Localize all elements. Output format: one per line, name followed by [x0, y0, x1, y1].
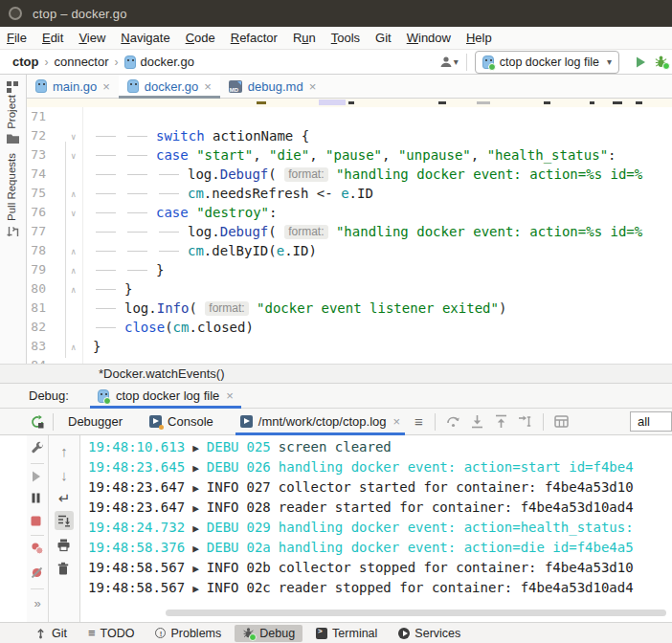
fold-close-icon[interactable]: ∧	[71, 338, 76, 357]
editor-tab-bar: main.go × docker.go × debug.md ×	[27, 75, 672, 99]
tab-label: docker.go	[145, 79, 198, 94]
tool-window-git[interactable]: Git	[27, 625, 75, 642]
tab-console[interactable]: Console	[141, 409, 222, 434]
menu-edit[interactable]: Edit	[34, 31, 71, 45]
pull-request-icon[interactable]	[6, 225, 21, 240]
close-icon[interactable]: ×	[204, 80, 212, 93]
breadcrumb-separator-icon: ›	[44, 55, 48, 69]
run-to-cursor-icon[interactable]	[517, 413, 533, 430]
code-editor[interactable]: 71 72 ∨ switch actionName { 73 ∨ case "s…	[27, 99, 672, 364]
folder-icon[interactable]	[6, 132, 21, 147]
log-output[interactable]: 19:48:10.613▶DEBU025screen cleared 19:48…	[80, 435, 672, 622]
code-line-74: 74 log.Debugf( format: "handling docker …	[27, 165, 672, 184]
sidebar-item-pull-requests[interactable]: Pull Requests	[6, 153, 17, 221]
print-icon[interactable]	[56, 538, 72, 553]
services-icon	[398, 628, 410, 639]
tab-main-go[interactable]: main.go ×	[27, 75, 119, 98]
menu-run[interactable]: Run	[285, 31, 324, 45]
view-breakpoints-icon[interactable]	[30, 541, 45, 556]
debug-panel-body: » ↑ ↓ ↵ 19:48:10.613▶DEBU025screen clear…	[0, 435, 672, 622]
log-line: 19:48:23.645▶DEBU026handling docker even…	[80, 457, 672, 477]
breadcrumb-package[interactable]: connector	[54, 55, 108, 69]
scroll-down-icon[interactable]	[469, 413, 485, 430]
bottom-tool-window-bar: Git ≡ TODO ! Problems Debug Terminal	[0, 622, 672, 643]
editor-context-bar[interactable]: *Docker.watchEvents()	[0, 364, 672, 383]
close-icon[interactable]: ×	[392, 414, 400, 429]
menu-window[interactable]: Window	[399, 31, 459, 45]
tab-log-file[interactable]: /mnt/work/ctop/ctop.log ×	[232, 409, 409, 434]
user-account-icon[interactable]: ▾	[438, 55, 459, 70]
resume-program-icon[interactable]	[30, 470, 45, 485]
window-control-button[interactable]	[9, 7, 22, 20]
menu-tools[interactable]: Tools	[324, 31, 368, 45]
parameter-hint: format:	[284, 167, 327, 182]
menu-file[interactable]: File	[0, 31, 34, 45]
fold-close-icon[interactable]: ∧	[71, 242, 76, 261]
debug-button[interactable]	[654, 55, 668, 69]
breadcrumb-project[interactable]: ctop	[12, 55, 38, 69]
menu-refactor[interactable]: Refactor	[223, 31, 285, 45]
fold-open-icon[interactable]: ∨	[71, 146, 76, 166]
rerun-button[interactable]	[30, 414, 45, 430]
tool-window-grid-icon[interactable]	[6, 80, 21, 96]
horizontal-scrollbar[interactable]	[166, 610, 666, 616]
fold-close-icon[interactable]: ∧	[71, 261, 76, 280]
soft-wrap-icon[interactable]: ↵	[56, 491, 72, 506]
fold-close-icon[interactable]: ∧	[71, 280, 76, 299]
fold-open-icon[interactable]: ∨	[71, 204, 76, 223]
tab-docker-go[interactable]: docker.go ×	[119, 75, 220, 98]
step-over-icon[interactable]	[445, 413, 461, 430]
menu-code[interactable]: Code	[178, 31, 223, 45]
log-separator-icon: ▶	[192, 543, 199, 555]
log-line: 19:48:23.647▶INFO028reader started for c…	[80, 498, 672, 518]
wrench-settings-icon[interactable]	[30, 441, 45, 456]
trash-clear-icon[interactable]	[56, 562, 72, 577]
code-line-83: 83 ∧ }	[27, 337, 672, 356]
code-line-79: 79 ∧ }	[27, 260, 672, 279]
fold-close-icon[interactable]: ∧	[71, 185, 76, 204]
close-icon[interactable]: ×	[102, 80, 110, 93]
tool-window-terminal[interactable]: Terminal	[308, 625, 385, 642]
scroll-up-icon[interactable]	[493, 413, 509, 430]
menu-help[interactable]: Help	[459, 31, 500, 45]
run-button[interactable]	[634, 55, 647, 69]
code-line-80: 80 ∧ }	[27, 279, 672, 299]
window-titlebar: ctop – docker.go	[0, 0, 672, 27]
tab-debug-md[interactable]: debug.md ×	[220, 75, 325, 98]
menu-navigate[interactable]: Navigate	[113, 31, 177, 45]
scroll-to-end-icon[interactable]	[55, 511, 74, 530]
next-occurrence-icon[interactable]: ↓	[56, 468, 72, 483]
debug-session-tab[interactable]: ctop docker log file ×	[90, 384, 241, 408]
code-line-78: 78 ∧ cm.delByID(e.ID)	[27, 241, 672, 260]
hamburger-menu-icon[interactable]: ≡	[409, 413, 429, 430]
code-line-82: 82 close(cm.closed)	[27, 318, 672, 337]
close-icon[interactable]: ×	[226, 388, 234, 403]
console-icon	[149, 415, 162, 428]
tool-window-label: Problems	[170, 627, 221, 640]
sidebar-item-project[interactable]: Project	[6, 95, 17, 129]
stop-button-icon[interactable]	[30, 515, 45, 530]
prev-occurrence-icon[interactable]: ↑	[56, 444, 72, 459]
fold-open-icon[interactable]: ∨	[71, 127, 76, 146]
log-separator-icon: ▶	[192, 462, 199, 475]
log-separator-icon: ▶	[192, 522, 199, 535]
tool-window-debug[interactable]: Debug	[235, 625, 302, 642]
tool-window-services[interactable]: Services	[391, 625, 468, 642]
window-title: ctop – docker.go	[33, 7, 127, 21]
go-debug-session-icon	[98, 389, 109, 403]
run-configuration-select[interactable]: ctop docker log file ▾	[475, 51, 619, 74]
close-icon[interactable]: ×	[309, 80, 317, 93]
menu-git[interactable]: Git	[368, 31, 399, 45]
tool-window-todo[interactable]: ≡ TODO	[80, 624, 142, 643]
breadcrumb-file[interactable]: docker.go	[141, 55, 194, 69]
toolbar-divider	[466, 54, 467, 71]
log-level-filter-select[interactable]: all	[630, 411, 672, 432]
evaluate-grid-icon[interactable]	[553, 413, 570, 430]
markdown-file-icon	[229, 80, 242, 93]
more-actions-icon[interactable]: »	[30, 596, 45, 611]
mute-breakpoints-icon[interactable]	[30, 565, 45, 581]
tab-debugger[interactable]: Debugger	[59, 409, 131, 434]
tool-window-problems[interactable]: ! Problems	[147, 625, 229, 642]
pause-program-icon[interactable]	[30, 492, 45, 507]
menu-view[interactable]: View	[71, 31, 113, 45]
